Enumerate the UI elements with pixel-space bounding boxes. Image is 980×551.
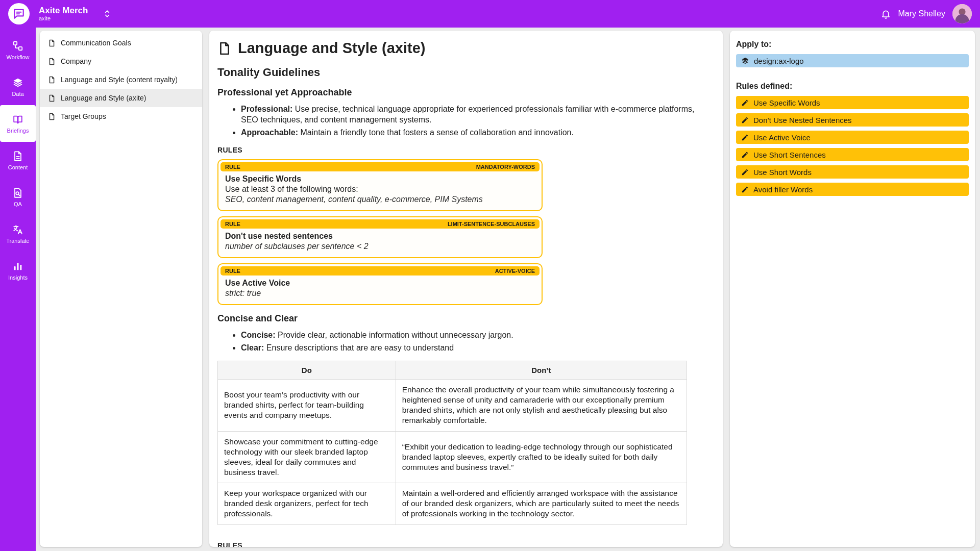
qa-icon: [12, 187, 23, 198]
bullet-lead: Concise:: [241, 331, 276, 339]
apply-panel: Apply to: design:ax-logo Rules defined: …: [730, 31, 975, 547]
document-icon: [48, 58, 56, 65]
briefing-item-label: Company: [61, 57, 91, 65]
rule-label: RULE: [225, 221, 240, 227]
sidebar-item-translate[interactable]: Translate: [0, 215, 36, 252]
workspace-switcher[interactable]: Axite Merch axite: [39, 6, 88, 22]
bullet-item: Clear: Ensure descriptions that are are …: [241, 343, 707, 354]
rule-card-body: Don't use nested sentences number of sub…: [220, 229, 540, 255]
table-cell-do: Showcase your commitment to cutting-edge…: [218, 431, 396, 483]
sidebar-item-label: QA: [14, 201, 22, 207]
rule-chip-use-active-voice[interactable]: Use Active Voice: [736, 131, 969, 144]
briefing-item-communication-goals[interactable]: Communication Goals: [40, 34, 202, 52]
table-cell-dont: “Exhibit your dedication to leading-edge…: [396, 431, 687, 483]
rule-label: RULE: [225, 164, 240, 170]
briefing-item-label: Target Groups: [61, 112, 106, 120]
document-icon: [217, 41, 232, 56]
layers-icon: [741, 57, 749, 65]
user-name: Mary Shelley: [898, 9, 945, 18]
avatar[interactable]: [952, 4, 972, 23]
bullet-item: Concise: Provide clear, actionable infor…: [241, 330, 707, 341]
briefings-list: Communication Goals Company Language and…: [40, 31, 202, 547]
rule-chip-use-short-words[interactable]: Use Short Words: [736, 165, 969, 179]
rule-chip-label: Use Short Words: [753, 168, 812, 177]
rule-chip-use-specific-words[interactable]: Use Specific Words: [736, 96, 969, 109]
content-area: Communication Goals Company Language and…: [36, 28, 980, 551]
workspace-subtitle: axite: [39, 15, 88, 21]
rules-section-label: RULES: [217, 146, 715, 154]
rule-card-header: RULE ACTIVE-VOICE: [220, 266, 540, 276]
table-cell-do: Keep your workspace organized with our b…: [218, 483, 396, 524]
rule-title: Use Specific Words: [225, 174, 535, 184]
briefing-item-label: Language and Style (axite): [61, 94, 146, 102]
rule-chip-label: Use Specific Words: [753, 98, 820, 107]
data-icon: [12, 77, 23, 88]
table-cell-do: Boost your team’s productivity with our …: [218, 379, 396, 431]
sidebar-item-briefings[interactable]: Briefings: [0, 105, 36, 142]
subheading-concise: Concise and Clear: [217, 313, 715, 324]
pencil-icon: [741, 116, 749, 124]
rule-chip-use-short-sentences[interactable]: Use Short Sentences: [736, 148, 969, 161]
rule-parameters: SEO, content management, content quality…: [225, 195, 535, 204]
sidebar-item-label: Briefings: [7, 128, 29, 134]
apply-to-label: Apply to:: [736, 40, 969, 49]
app-logo[interactable]: [8, 3, 30, 24]
unfold-more-icon[interactable]: [102, 9, 112, 19]
sidebar-item-data[interactable]: Data: [0, 68, 36, 105]
rule-card-body: Use Active Voice strict: true: [220, 276, 540, 302]
briefing-item-label: Language and Style (content royalty): [61, 76, 178, 84]
table-row: Showcase your commitment to cutting-edge…: [218, 431, 687, 483]
table-cell-dont: Maintain a well-ordered and efficiently …: [396, 483, 687, 524]
rule-tag: ACTIVE-VOICE: [495, 268, 535, 274]
rule-card-active-voice[interactable]: RULE ACTIVE-VOICE Use Active Voice stric…: [217, 263, 543, 305]
rules-defined-label: Rules defined:: [736, 82, 969, 91]
rule-chip-dont-use-nested-sentences[interactable]: Don’t Use Nested Sentences: [736, 113, 969, 127]
chat-bubble-icon: [12, 7, 26, 20]
rule-card-nested-sentences[interactable]: RULE LIMIT-SENTENCE-SUBCLAUSES Don't use…: [217, 216, 543, 258]
pencil-icon: [741, 134, 749, 141]
insights-icon: [12, 261, 23, 272]
pencil-icon: [741, 151, 749, 159]
section-heading-tonality: Tonality Guidelines: [217, 66, 715, 79]
apply-target-chip[interactable]: design:ax-logo: [736, 54, 969, 67]
pencil-icon: [741, 168, 749, 176]
sidebar: Workflow Data Briefings Content: [0, 28, 36, 551]
table-row: Boost your team’s productivity with our …: [218, 379, 687, 431]
document-icon: [48, 39, 56, 47]
briefing-item-target-groups[interactable]: Target Groups: [40, 107, 202, 126]
bullet-text: Use precise, technical language appropri…: [241, 105, 694, 124]
rule-chip-label: Don’t Use Nested Sentences: [753, 116, 852, 124]
rule-label: RULE: [225, 268, 240, 274]
sidebar-item-insights[interactable]: Insights: [0, 252, 36, 289]
bullet-text: Maintain a friendly tone that fosters a …: [300, 128, 573, 137]
briefing-item-language-style-axite[interactable]: Language and Style (axite): [40, 89, 202, 107]
sidebar-item-workflow[interactable]: Workflow: [0, 32, 36, 68]
bullet-list: Professional: Use precise, technical lan…: [217, 104, 707, 138]
rule-card-body: Use Specific Words Use at least 3 of the…: [220, 171, 540, 208]
table-row: Keep your workspace organized with our b…: [218, 483, 687, 524]
rule-chip-label: Use Active Voice: [753, 133, 811, 142]
briefing-item-company[interactable]: Company: [40, 52, 202, 70]
sidebar-item-qa[interactable]: QA: [0, 179, 36, 215]
sidebar-item-label: Content: [8, 164, 28, 170]
rule-title: Use Active Voice: [225, 279, 535, 288]
briefing-item-language-style-content-royalty[interactable]: Language and Style (content royalty): [40, 70, 202, 89]
rule-parameters: strict: true: [225, 289, 535, 298]
sidebar-item-label: Data: [12, 91, 23, 97]
briefing-item-label: Communication Goals: [61, 39, 131, 47]
notifications-bell-icon[interactable]: [880, 9, 891, 19]
rule-tag: MANDATORY-WORDS: [476, 164, 535, 170]
document-icon: [48, 94, 56, 102]
bullet-item: Professional: Use precise, technical lan…: [241, 104, 707, 126]
rule-title: Don't use nested sentences: [225, 232, 535, 241]
topbar-right: Mary Shelley: [880, 4, 972, 23]
pencil-icon: [741, 186, 749, 193]
rule-chip-avoid-filler-words[interactable]: Avoid filler Words: [736, 183, 969, 196]
rule-card-header: RULE MANDATORY-WORDS: [220, 162, 540, 171]
sidebar-item-content[interactable]: Content: [0, 142, 36, 179]
rule-parameters: number of subclauses per sentence < 2: [225, 242, 535, 251]
translate-icon: [12, 224, 23, 235]
apply-target-label: design:ax-logo: [754, 57, 804, 65]
rule-card-mandatory-words[interactable]: RULE MANDATORY-WORDS Use Specific Words …: [217, 159, 543, 211]
workflow-icon: [12, 40, 23, 52]
